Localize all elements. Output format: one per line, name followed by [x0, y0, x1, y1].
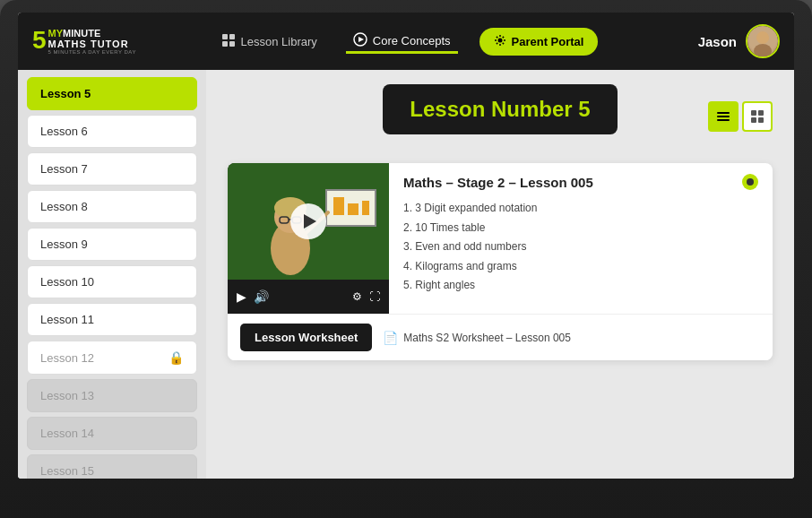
svg-point-7: [756, 31, 769, 44]
topic-3: Even and odd numbers: [403, 237, 758, 257]
video-info: Maths – Stage 2 – Lesson 005 3 Digit exp…: [389, 163, 773, 314]
sidebar-item-lesson-15: Lesson 15: [27, 454, 197, 479]
lesson-15-label: Lesson 15: [40, 464, 94, 478]
list-icon: [717, 110, 730, 123]
logo: 5 MY MINUTE MATHS TUTOR 5 MINUTES A DAY …: [32, 28, 194, 55]
parent-portal-button[interactable]: Parent Portal: [479, 28, 599, 56]
lesson-13-label: Lesson 13: [40, 389, 94, 402]
topic-4: Kilograms and grams: [403, 257, 758, 277]
sidebar-item-lesson-6[interactable]: Lesson 6: [27, 115, 197, 148]
view-toggle-group: [708, 101, 773, 132]
lesson-9-label: Lesson 9: [40, 237, 88, 251]
svg-rect-19: [362, 201, 369, 215]
topic-list: 3 Digit expanded notation 10 Times table…: [403, 199, 758, 296]
svg-rect-3: [229, 41, 235, 47]
svg-rect-1: [229, 34, 235, 39]
svg-rect-2: [222, 41, 228, 47]
logo-maths-tutor: MATHS TUTOR: [48, 39, 136, 49]
lesson-library-label: Lesson Library: [241, 35, 317, 48]
sidebar-item-lesson-11[interactable]: Lesson 11: [27, 303, 197, 336]
nav-center: Lesson Library Core Concepts: [194, 28, 618, 56]
play-icon: [353, 32, 367, 49]
sidebar-item-lesson-14: Lesson 14: [27, 417, 197, 450]
lesson-title-row: Lesson Number 5: [228, 84, 773, 149]
play-button[interactable]: [290, 203, 326, 239]
lesson-11-label: Lesson 11: [40, 313, 94, 326]
lesson-6-label: Lesson 6: [40, 125, 88, 138]
svg-rect-17: [333, 197, 344, 215]
content-area: Lesson Number 5: [206, 70, 794, 479]
sidebar-item-lesson-7[interactable]: Lesson 7: [27, 152, 197, 186]
video-card-footer: Lesson Worksheet 📄 Maths S2 Worksheet – …: [228, 314, 773, 360]
worksheet-link[interactable]: 📄 Maths S2 Worksheet – Lesson 005: [383, 331, 571, 345]
lesson-title: Lesson Number 5: [410, 97, 590, 121]
sidebar-item-lesson-10[interactable]: Lesson 10: [27, 265, 197, 298]
list-view-button[interactable]: [708, 101, 739, 132]
video-title-row: Maths – Stage 2 – Lesson 005: [403, 174, 758, 190]
lesson-7-label: Lesson 7: [40, 162, 88, 176]
logo-minute: MINUTE: [63, 28, 100, 39]
settings-icon[interactable]: ⚙: [352, 290, 362, 303]
volume-icon[interactable]: 🔊: [254, 289, 269, 304]
status-dot: [742, 174, 758, 190]
play-ctrl-icon[interactable]: ▶: [237, 289, 246, 304]
sidebar: Lesson 5 Lesson 6 Lesson 7 Lesson 8 Less…: [18, 70, 206, 479]
video-card-body: ▶ 🔊 ⚙ ⛶ Maths – Stage 2 – Le: [228, 163, 773, 314]
lesson-10-label: Lesson 10: [40, 275, 94, 289]
video-title: Maths – Stage 2 – Lesson 005: [403, 175, 593, 190]
nav-lesson-library[interactable]: Lesson Library: [214, 30, 324, 54]
lesson-14-label: Lesson 14: [40, 427, 94, 440]
sidebar-item-lesson-13: Lesson 13: [27, 379, 197, 412]
nav-core-concepts[interactable]: Core Concepts: [346, 29, 458, 54]
fullscreen-icon[interactable]: ⛶: [369, 290, 380, 303]
sidebar-item-lesson-9[interactable]: Lesson 9: [27, 228, 197, 261]
lesson-8-label: Lesson 8: [40, 200, 88, 213]
logo-my: MY: [48, 28, 64, 39]
svg-rect-0: [222, 34, 228, 39]
sidebar-item-lesson-12[interactable]: Lesson 12 🔒: [27, 341, 197, 375]
video-thumbnail: [228, 163, 389, 280]
main-content: Lesson 5 Lesson 6 Lesson 7 Lesson 8 Less…: [18, 70, 794, 479]
grid-icon: [221, 33, 236, 50]
video-card: ▶ 🔊 ⚙ ⛶ Maths – Stage 2 – Le: [228, 163, 773, 360]
avatar: [746, 24, 780, 58]
grid-view-button[interactable]: [742, 101, 773, 132]
lock-icon: 🔒: [168, 350, 184, 365]
svg-marker-5: [358, 37, 364, 42]
svg-rect-18: [348, 203, 358, 215]
core-concepts-label: Core Concepts: [373, 34, 451, 47]
logo-5: 5: [32, 28, 47, 53]
logo-tagline: 5 MINUTES A DAY EVERY DAY: [48, 49, 136, 55]
lesson-12-label: Lesson 12: [40, 351, 94, 365]
worksheet-link-label: Maths S2 Worksheet – Lesson 005: [403, 332, 571, 344]
lesson-title-box: Lesson Number 5: [383, 84, 617, 134]
topic-5: Right angles: [403, 276, 758, 296]
sidebar-item-lesson-5[interactable]: Lesson 5: [27, 77, 197, 110]
topic-2: 10 Times table: [403, 219, 758, 238]
video-controls: ▶ 🔊 ⚙ ⛶: [228, 280, 389, 314]
svg-point-8: [754, 44, 772, 56]
lesson-worksheet-button[interactable]: Lesson Worksheet: [240, 324, 372, 351]
play-triangle: [304, 214, 316, 229]
topic-1: 3 Digit expanded notation: [403, 199, 758, 219]
gear-icon: [494, 34, 506, 49]
sidebar-item-lesson-8[interactable]: Lesson 8: [27, 190, 197, 223]
doc-icon: 📄: [383, 331, 398, 345]
user-name: Jason: [698, 34, 737, 49]
lesson-5-label: Lesson 5: [40, 87, 91, 100]
video-player: ▶ 🔊 ⚙ ⛶: [228, 163, 389, 314]
nav-right: Jason: [618, 24, 780, 58]
navbar: 5 MY MINUTE MATHS TUTOR 5 MINUTES A DAY …: [18, 13, 794, 70]
svg-point-6: [497, 38, 502, 42]
grid-icon: [751, 110, 764, 123]
parent-portal-label: Parent Portal: [512, 35, 584, 48]
